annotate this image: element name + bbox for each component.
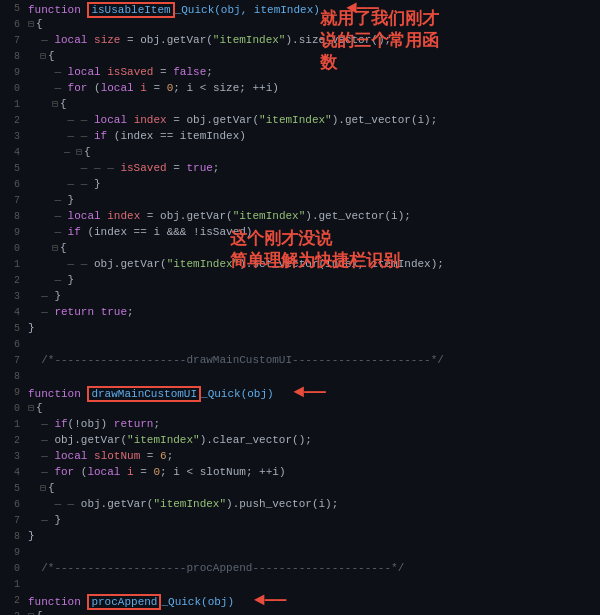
code-line-24: 4 — return true; — [0, 304, 600, 320]
code-line-27: 7 /*--------------------drawMainCustomUI… — [0, 352, 600, 368]
code-line-11: 1 ⊟{ — [0, 96, 600, 112]
code-line-37: 7 — } — [0, 512, 600, 528]
code-line-17: 7 — } — [0, 192, 600, 208]
code-line-31: 1 — if(!obj) return; — [0, 416, 600, 432]
function-isusableitem: isUsableItem — [87, 2, 174, 18]
code-line-35: 5 ⊟{ — [0, 480, 600, 496]
code-line-16: 6 — — } — [0, 176, 600, 192]
code-line-12: 2 — — local index = obj.getVar("itemInde… — [0, 112, 600, 128]
code-line-36: 6 — — obj.getVar("itemIndex").push_vecto… — [0, 496, 600, 512]
code-line-14: 4 — ⊟{ — [0, 144, 600, 160]
code-line-42: 2 function procAppend_Quick(obj) ◄—— — [0, 592, 600, 608]
code-line-38: 8 } — [0, 528, 600, 544]
arrow-icon-3: ◄—— — [254, 590, 286, 610]
code-line-30: 0 ⊟{ — [0, 400, 600, 416]
code-line-15: 5 — — — isSaved = true; — [0, 160, 600, 176]
code-line-25: 5 } — [0, 320, 600, 336]
code-editor: 5 function isUsableItem_Quick(obj, itemI… — [0, 0, 600, 615]
code-line-22: 2 — } — [0, 272, 600, 288]
arrow-icon-2: ◄—— — [293, 382, 325, 402]
annotation-common-functions: 就用了我们刚才说的三个常用函数 — [320, 8, 570, 74]
code-line-33: 3 — local slotNum = 6; — [0, 448, 600, 464]
code-line-29: 9 function drawMainCustomUI_Quick(obj) ◄… — [0, 384, 600, 400]
code-line-40: 0 /*--------------------procAppend------… — [0, 560, 600, 576]
function-drawmaincustomui: drawMainCustomUI — [87, 386, 201, 402]
code-line-10: 0 — for (local i = 0; i < size; ++i) — [0, 80, 600, 96]
code-line-39: 9 — [0, 544, 600, 560]
function-procappend: procAppend — [87, 594, 161, 610]
code-line-13: 3 — — if (index == itemIndex) — [0, 128, 600, 144]
code-line-18: 8 — local index = obj.getVar("itemIndex"… — [0, 208, 600, 224]
code-line-26: 6 — [0, 336, 600, 352]
annotation-shortcut-bar: 这个刚才没说简单理解为快捷栏识别 — [230, 228, 590, 272]
code-line-23: 3 — } — [0, 288, 600, 304]
code-line-32: 2 — obj.getVar("itemIndex").clear_vector… — [0, 432, 600, 448]
code-line-34: 4 — for (local i = 0; i < slotNum; ++i) — [0, 464, 600, 480]
